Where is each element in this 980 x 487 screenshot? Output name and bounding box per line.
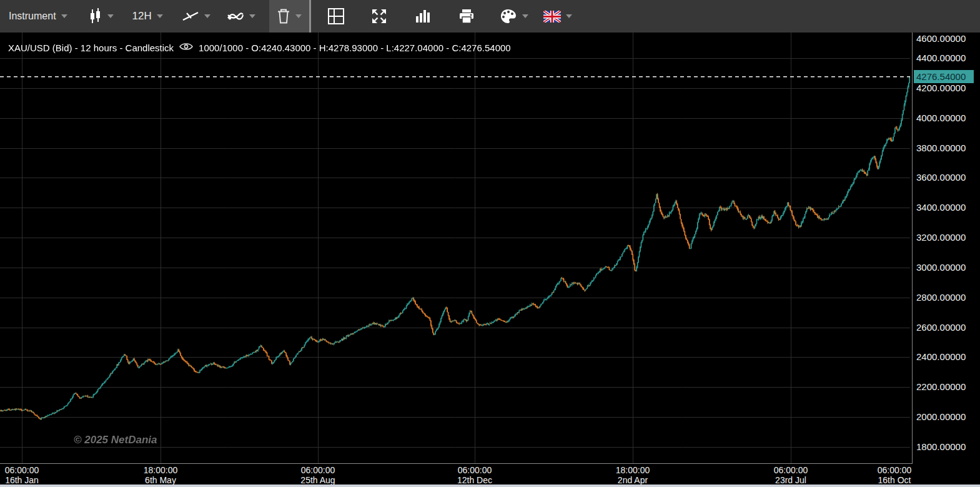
crosshair-button[interactable] [327, 0, 345, 33]
interval-dropdown[interactable]: 12H [132, 0, 163, 33]
x-axis-label: 06:00:0023rd Jul [756, 465, 825, 485]
horizontal-scrollbar[interactable] [0, 484, 980, 487]
y-axis-label: 4000.00000 [916, 113, 966, 123]
y-axis-label: 2000.00000 [916, 411, 966, 422]
chevron-down-icon [107, 14, 114, 18]
x-axis-label: 18:00:006th May [126, 465, 195, 485]
y-axis-label: 3400.00000 [916, 202, 966, 213]
x-axis-label: 06:00:0025th Aug [284, 465, 352, 485]
y-axis-label: 3800.00000 [916, 143, 966, 153]
chevron-down-icon [157, 14, 163, 18]
instrument-dropdown[interactable]: Instrument [9, 0, 67, 33]
delete-drawings-dropdown[interactable] [269, 0, 311, 33]
x-axis-label: 06:00:0016th Oct [860, 465, 929, 485]
chart-application-window: Instrument 12H [0, 0, 980, 487]
indicators-dropdown[interactable] [227, 0, 255, 33]
trendline-icon [182, 10, 199, 23]
price-axis[interactable]: 4600.000004400.000004200.000004000.00000… [913, 33, 980, 464]
y-axis-label: 1800.00000 [916, 441, 966, 452]
chevron-down-icon [61, 14, 67, 18]
print-button[interactable] [458, 0, 475, 33]
uk-flag-icon [543, 11, 561, 23]
chart-ohlc-text: 1000/1000 - O:4240.43000 - H:4278.93000 … [199, 43, 511, 53]
x-axis-label: 18:00:002nd Apr [598, 465, 667, 485]
netdania-watermark: © 2025 NetDania [74, 434, 157, 446]
candlestick-icon [89, 8, 102, 25]
palette-icon [500, 8, 517, 24]
y-axis-label: 3000.00000 [916, 262, 966, 273]
interval-dropdown-label: 12H [132, 10, 152, 23]
chevron-down-icon [566, 14, 572, 18]
eye-icon[interactable] [179, 42, 193, 53]
fullscreen-button[interactable] [371, 0, 387, 33]
drawing-tools-dropdown[interactable] [182, 0, 210, 33]
y-axis-label: 2200.00000 [916, 381, 966, 392]
y-axis-label: 2800.00000 [916, 292, 966, 303]
y-axis-label: 4600.00000 [916, 33, 966, 44]
y-axis-label: 3200.00000 [916, 232, 966, 243]
y-axis-label: 3600.00000 [916, 172, 966, 183]
time-axis[interactable]: 06:00:0016th Jan18:00:006th May06:00:002… [0, 464, 913, 484]
chevron-down-icon [295, 14, 302, 18]
chart-type-dropdown[interactable] [89, 0, 114, 33]
y-axis-label: 4200.00000 [916, 83, 966, 93]
x-axis-label: 06:00:0016th Jan [0, 465, 56, 485]
instrument-dropdown-label: Instrument [9, 11, 56, 22]
printer-icon [458, 9, 475, 24]
theme-dropdown[interactable] [500, 0, 528, 33]
crosshair-box-icon [327, 8, 345, 25]
indicator-wave-icon [227, 10, 244, 23]
y-axis-label: 2400.00000 [916, 351, 966, 362]
price-chart-canvas[interactable] [0, 33, 913, 464]
trash-icon [277, 8, 290, 24]
chevron-down-icon [249, 14, 255, 18]
volume-bars-icon [415, 9, 431, 24]
volume-button[interactable] [415, 0, 431, 33]
chart-legend: XAU/USD (Bid) - 12 hours - Candlestick 1… [8, 42, 511, 53]
chart-title-text: XAU/USD (Bid) - 12 hours - Candlestick [8, 43, 174, 53]
chevron-down-icon [522, 14, 528, 18]
language-dropdown[interactable] [543, 0, 572, 33]
chevron-down-icon [204, 14, 210, 18]
expand-arrows-icon [371, 8, 387, 24]
x-axis-label: 06:00:0012th Dec [440, 465, 509, 485]
toolbar: Instrument 12H [0, 0, 980, 33]
y-axis-label: 4400.00000 [916, 53, 966, 63]
y-axis-label: 2600.00000 [916, 322, 966, 333]
